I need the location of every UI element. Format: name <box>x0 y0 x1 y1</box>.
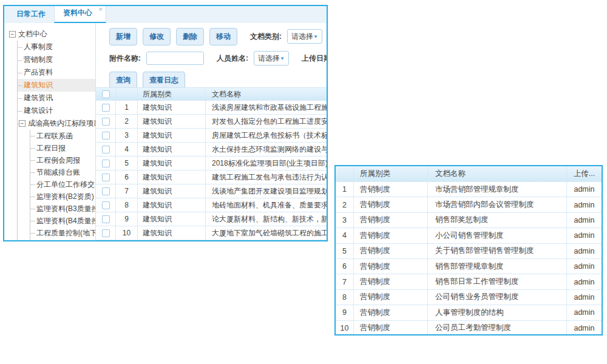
delete-button[interactable]: 删除 <box>176 28 204 46</box>
row-docname: 公司销售业务员管理制度 <box>428 290 567 305</box>
tree-root-label: 文档中心 <box>18 29 47 39</box>
row-category: 建筑知识 <box>138 143 206 156</box>
row-uploader: admin <box>567 290 602 305</box>
row-category: 营销制度 <box>354 321 428 335</box>
row-num: 3 <box>116 129 138 142</box>
chevron-down-icon: ▼ <box>280 56 285 61</box>
table-row[interactable]: 9 建筑知识 论大厦新材料、新结构、新技术，新工... <box>96 212 327 226</box>
row-num: 8 <box>336 290 354 305</box>
row-num: 7 <box>116 184 138 198</box>
row-docname: 销售部管理规章制度 <box>428 259 567 274</box>
upload-date-label-clipped: 上传日期 <box>302 53 327 64</box>
table-row[interactable]: 10 建筑知识 大厦地下室加气砼墙砌筑工程的施工方... <box>96 226 327 240</box>
row-uploader: admin <box>567 228 602 243</box>
row-checkbox[interactable] <box>102 229 110 237</box>
row-docname: 论大厦新材料、新结构、新技术，新工... <box>206 212 327 226</box>
table-row[interactable]: 6 建筑知识 建筑工程施工发包与承包违法行为认定... <box>96 170 327 184</box>
row-uploader: admin <box>567 321 602 335</box>
add-button[interactable]: 新增 <box>109 28 137 46</box>
attachment-name-label: 附件名称: <box>109 53 141 64</box>
row-docname: 对发包人指定分包的工程施工进度安排... <box>206 115 327 128</box>
row-docname: 浅谈地产集团开发建设项目监理规划编... <box>206 184 327 198</box>
table-row[interactable]: 7 建筑知识 浅谈地产集团开发建设项目监理规划编... <box>96 184 327 198</box>
num-header <box>336 166 354 181</box>
table-row[interactable]: 4 建筑知识 水土保持生态环境监测网络的建设与资... <box>96 143 327 157</box>
row-docname: 2018标准化监理项目部(业主项目部)人员... <box>206 157 327 170</box>
tree-item-project-4[interactable]: 分工单位工作移交 <box>30 178 95 190</box>
doc-category-value: 请选择 <box>291 32 313 42</box>
tree-item-project-8[interactable]: 工程质量控制(地下室) <box>30 227 95 239</box>
row-checkbox[interactable] <box>102 160 110 167</box>
row-docname: 大厦地下室加气砼墙砌筑工程的施工方... <box>206 226 327 240</box>
view-log-button[interactable]: 查看日志 <box>143 72 185 89</box>
table-row[interactable]: 3 营销制度 销售部奖惩制度 admin <box>336 213 602 228</box>
tree-item-project-2[interactable]: 工程例会周报 <box>30 154 95 166</box>
tree-item-jianzhu-zhishi[interactable]: 建筑知识 <box>18 79 95 92</box>
table-row[interactable]: 2 营销制度 市场营销部内部会议管理制度 admin <box>336 197 602 212</box>
select-all-checkbox[interactable] <box>102 90 110 98</box>
tree-item-project-3[interactable]: 节能减排台账 <box>30 166 95 178</box>
row-docname: 市场营销部内部会议管理制度 <box>428 197 567 212</box>
table-row[interactable]: 10 营销制度 公司员工考勤管理制度 admin <box>336 321 602 335</box>
row-category: 建筑知识 <box>138 212 206 226</box>
row-category: 建筑知识 <box>138 101 206 114</box>
toolbar-row-filters: 附件名称: 人员姓名: 请选择 ▼ 上传日期 <box>109 51 327 66</box>
table-row[interactable]: 1 营销制度 市场营销部管理规章制度 admin <box>336 182 602 197</box>
table-row[interactable]: 6 营销制度 销售部管理规章制度 admin <box>336 259 602 274</box>
row-docname: 关于销售部管理销售管理制度 <box>428 244 567 258</box>
collapse-icon[interactable]: − <box>9 31 16 38</box>
person-name-select[interactable]: 请选择 ▼ <box>254 51 289 66</box>
tree-item-project-6[interactable]: 监理资料(B3质量控制) <box>30 203 95 215</box>
row-num: 6 <box>116 170 138 184</box>
marketing-documents-table: 所属别类 文档名称 上传... 1 营销制度 市场营销部管理规章制度 admin… <box>334 165 603 335</box>
row-num: 8 <box>116 198 138 212</box>
edit-button[interactable]: 修改 <box>143 28 171 46</box>
row-category: 营销制度 <box>354 274 428 289</box>
query-button[interactable]: 查询 <box>109 72 137 89</box>
attachment-name-input[interactable] <box>146 52 204 65</box>
close-icon[interactable]: × <box>99 5 103 13</box>
table-row[interactable]: 8 营销制度 公司销售业务员管理制度 admin <box>336 290 602 305</box>
row-category: 营销制度 <box>354 228 428 243</box>
tree-branch-project[interactable]: − 成渝高铁内江标段项目 <box>18 117 95 130</box>
table-row[interactable]: 3 建筑知识 房屋建筑工程总承包投标书（技术标）... <box>96 129 327 143</box>
row-checkbox[interactable] <box>102 104 110 112</box>
tree-item-project-7[interactable]: 监理资料(B4质量控制) <box>30 215 95 227</box>
tree-root-document-center[interactable]: − 文档中心 <box>9 28 95 41</box>
tree-item-jianzhu-sheji[interactable]: 建筑设计 <box>18 104 95 117</box>
row-checkbox[interactable] <box>102 201 110 209</box>
table-row[interactable]: 9 营销制度 人事管理制度的结构 admin <box>336 305 602 320</box>
row-num: 1 <box>336 182 354 197</box>
table-row[interactable]: 4 营销制度 小公司销售管理制度 admin <box>336 228 602 243</box>
tree-item-yingxiao[interactable]: 营销制度 <box>18 53 95 66</box>
tree-item-project-5[interactable]: 监理资料(B2资质) <box>30 190 95 203</box>
table-row[interactable]: 1 建筑知识 浅谈房屋建筑和市政基础设施工程施工... <box>96 101 327 115</box>
row-checkbox[interactable] <box>102 146 110 153</box>
table-row[interactable]: 7 营销制度 销售部日常工作管理制度 admin <box>336 274 602 289</box>
row-checkbox[interactable] <box>102 187 110 195</box>
collapse-icon[interactable]: − <box>19 120 25 127</box>
row-num: 4 <box>336 228 354 243</box>
row-checkbox[interactable] <box>102 215 110 223</box>
table-row[interactable]: 2 建筑知识 对发包人指定分包的工程施工进度安排... <box>96 115 327 129</box>
tree-item-project-1[interactable]: 工程日报 <box>30 142 95 154</box>
row-checkbox[interactable] <box>102 118 110 126</box>
doc-category-select[interactable]: 请选择 ▼ <box>287 29 322 44</box>
move-button[interactable]: 移动 <box>209 28 237 46</box>
tree-item-project-0[interactable]: 工程联系函 <box>30 130 95 142</box>
row-checkbox[interactable] <box>102 132 110 140</box>
tree-item-jianzhu-zixun[interactable]: 建筑资讯 <box>18 92 95 104</box>
tab-daily-work[interactable]: 日常工作 <box>8 5 54 23</box>
table-row[interactable]: 8 建筑知识 地砖地面材料、机具准备、质量要求及... <box>96 198 327 212</box>
row-num: 5 <box>116 157 138 170</box>
table-row[interactable]: 5 建筑知识 2018标准化监理项目部(业主项目部)人员... <box>96 157 327 170</box>
tree-item-renshi[interactable]: 人事制度 <box>18 41 95 53</box>
tree-item-chanpin[interactable]: 产品资料 <box>18 66 95 79</box>
row-category: 营销制度 <box>354 290 428 305</box>
tab-data-center[interactable]: 资料中心 × <box>54 5 106 23</box>
row-category: 建筑知识 <box>138 115 206 128</box>
table-row[interactable]: 5 营销制度 关于销售部管理销售管理制度 admin <box>336 244 602 259</box>
documents-table: 所属别类 文档名称 1 建筑知识 浅谈房屋建筑和市政基础设施工程施工... 2 … <box>96 87 327 240</box>
row-checkbox[interactable] <box>102 174 110 181</box>
tree-item-project-clipped[interactable]: 工程质量控制 <box>30 239 95 240</box>
